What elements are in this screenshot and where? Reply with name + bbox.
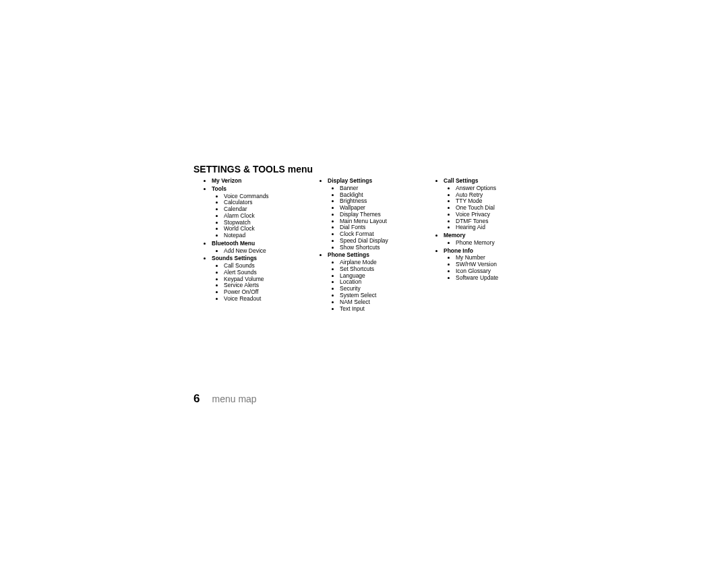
- menu-group: Phone InfoMy NumberSW/HW VersionIcon Glo…: [444, 248, 542, 282]
- menu-group-label: Memory: [444, 232, 466, 239]
- menu-item: Voice Readout: [224, 296, 310, 303]
- menu-group-label: My Verizon: [212, 177, 241, 184]
- document-page: SETTINGS & TOOLS menu My VerizonToolsVoi…: [0, 0, 728, 562]
- menu-group-label: Display Settings: [328, 177, 372, 184]
- menu-group: Phone SettingsAirplane ModeSet Shortcuts…: [328, 252, 426, 312]
- page-footer: 6 menu map: [193, 392, 257, 406]
- menu-group: ToolsVoice CommandsCalculatorsCalendarAl…: [212, 186, 310, 239]
- menu-group-label: Tools: [212, 185, 226, 192]
- menu-item: Show Shortcuts: [340, 245, 426, 251]
- menu-group: Call SettingsAnswer OptionsAuto RetryTTY…: [444, 178, 542, 231]
- section-heading: SETTINGS & TOOLS menu: [193, 164, 313, 175]
- menu-group: Display SettingsBannerBacklightBrightnes…: [328, 178, 426, 251]
- menu-column-3: Call SettingsAnswer OptionsAuto RetryTTY…: [434, 178, 542, 313]
- menu-column-2: Display SettingsBannerBacklightBrightnes…: [318, 178, 426, 313]
- page-section-title: menu map: [212, 394, 256, 404]
- menu-item: Software Update: [456, 275, 542, 282]
- menu-item: Phone Memory: [456, 240, 542, 247]
- menu-column-1: My VerizonToolsVoice CommandsCalculators…: [202, 178, 310, 313]
- menu-group: Bluetooth MenuAdd New Device: [212, 241, 310, 255]
- menu-group: Sounds SettingsCall SoundsAlert SoundsKe…: [212, 255, 310, 302]
- menu-group-label: Phone Info: [444, 247, 473, 254]
- menu-item: Text Input: [340, 306, 426, 313]
- menu-item: Hearing Aid: [456, 224, 542, 231]
- menu-group-label: Sounds Settings: [212, 255, 257, 261]
- menu-group-label: Call Settings: [444, 177, 478, 184]
- menu-group-label: Phone Settings: [328, 251, 369, 258]
- page-number: 6: [193, 392, 200, 406]
- menu-columns: My VerizonToolsVoice CommandsCalculators…: [202, 178, 546, 313]
- menu-item: Add New Device: [224, 248, 310, 255]
- menu-group: MemoryPhone Memory: [444, 232, 542, 247]
- menu-item: Notepad: [224, 232, 310, 239]
- menu-group: My Verizon: [212, 178, 310, 185]
- menu-group-label: Bluetooth Menu: [212, 240, 255, 247]
